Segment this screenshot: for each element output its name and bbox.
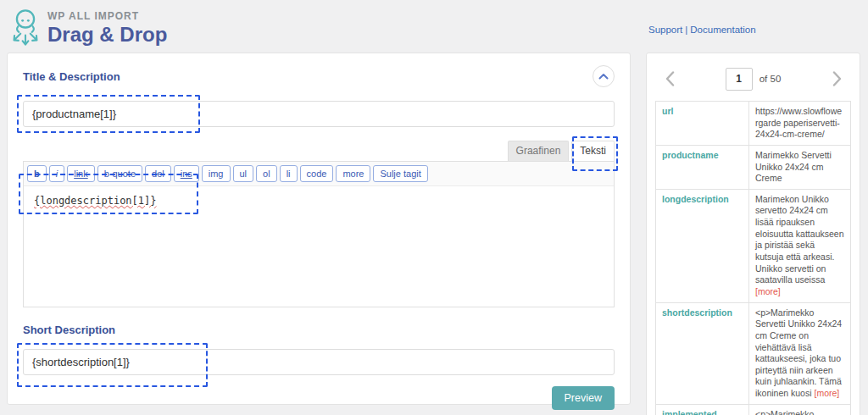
- record-key: implemented: [656, 404, 749, 415]
- documentation-link[interactable]: Documentation: [690, 25, 755, 35]
- record-value: <p>Marimekko Servetti Unikko 24x24 cm Cr…: [749, 404, 851, 415]
- title-input[interactable]: [23, 101, 615, 127]
- more-link[interactable]: [more]: [814, 388, 839, 398]
- quicktag-del-button[interactable]: del: [145, 165, 171, 182]
- link-separator: |: [685, 25, 687, 35]
- quicktag-li-button[interactable]: li: [280, 165, 298, 182]
- record-row: url https://www.slowflowergarde paperise…: [656, 102, 851, 146]
- record-table: url https://www.slowflowergarde paperise…: [655, 101, 851, 415]
- chevron-right-icon: [832, 71, 842, 86]
- app-header: WP ALL IMPORT Drag & Drop Support|Docume…: [0, 0, 868, 51]
- chevron-up-icon: [598, 73, 609, 80]
- short-description-input[interactable]: [23, 349, 615, 375]
- record-value: https://www.slowflowergarde paperiservet…: [749, 102, 851, 146]
- editor-placeholder-token: {longdescription[1]}: [34, 195, 157, 207]
- brand-name: WP ALL IMPORT: [47, 10, 167, 22]
- record-key: productname: [656, 145, 749, 189]
- description-editor: Graafinen Teksti b i link b-quote del in…: [23, 141, 615, 307]
- panel-title: Title & Description: [23, 70, 120, 83]
- quicktag-more-button[interactable]: more: [336, 165, 370, 182]
- record-key: longdescription: [656, 189, 749, 302]
- quicktag-ins-button[interactable]: ins: [174, 165, 199, 182]
- octopus-logo-icon: [7, 7, 44, 49]
- description-textarea[interactable]: {longdescription[1]}: [24, 186, 614, 307]
- header-links: Support|Documentation: [648, 25, 756, 35]
- support-link[interactable]: Support: [648, 25, 682, 35]
- page-title: Drag & Drop: [47, 23, 167, 47]
- record-preview-sidebar: of 50 url https://www.slowflowergarde pa…: [646, 53, 860, 415]
- record-key: shortdescription: [656, 302, 749, 404]
- next-record-button[interactable]: [827, 69, 846, 88]
- quicktag-ol-button[interactable]: ol: [256, 165, 277, 182]
- record-row: shortdescription <p>Marimekko Servetti U…: [656, 302, 851, 404]
- short-description-label: Short Description: [23, 324, 615, 336]
- quicktag-code-button[interactable]: code: [300, 165, 334, 182]
- preview-button[interactable]: Preview: [552, 386, 615, 410]
- quicktag-ul-button[interactable]: ul: [233, 165, 254, 182]
- quicktag-close-tags-button[interactable]: Sulje tagit: [373, 165, 427, 182]
- quicktag-bold-button[interactable]: b: [27, 165, 47, 182]
- collapse-panel-button[interactable]: [593, 65, 615, 87]
- previous-record-button[interactable]: [660, 69, 679, 88]
- page-count-label: of 50: [760, 74, 782, 84]
- quicktag-img-button[interactable]: img: [202, 165, 231, 182]
- quicktags-toolbar: b i link b-quote del ins img ul ol li co…: [24, 162, 614, 186]
- record-row: longdescription Marimekon Unikko servett…: [656, 189, 851, 302]
- page-number-input[interactable]: [726, 68, 753, 91]
- tab-visual[interactable]: Graafinen: [508, 141, 570, 161]
- quicktag-link-button[interactable]: link: [67, 165, 95, 182]
- record-pagination: of 50: [655, 62, 851, 96]
- record-value: Marimekko Servetti Unikko 24x24 cm Creme: [749, 145, 851, 189]
- chevron-left-icon: [665, 71, 675, 86]
- record-value: Marimekon Unikko servetto 24x24 cm lisää…: [749, 189, 851, 302]
- title-description-panel: Title & Description Graafinen Teksti b i: [7, 53, 631, 405]
- quicktag-italic-button[interactable]: i: [49, 165, 64, 182]
- record-key: url: [656, 102, 749, 146]
- record-row: implemented <p>Marimekko Servetti Unikko…: [656, 404, 851, 415]
- more-link[interactable]: [more]: [755, 286, 781, 296]
- record-value: <p>Marimekko Servetti Unikko 24x24 cm Cr…: [749, 302, 851, 404]
- quicktag-bquote-button[interactable]: b-quote: [97, 165, 142, 182]
- tab-text[interactable]: Teksti: [571, 141, 615, 161]
- record-row: productname Marimekko Servetti Unikko 24…: [656, 145, 851, 189]
